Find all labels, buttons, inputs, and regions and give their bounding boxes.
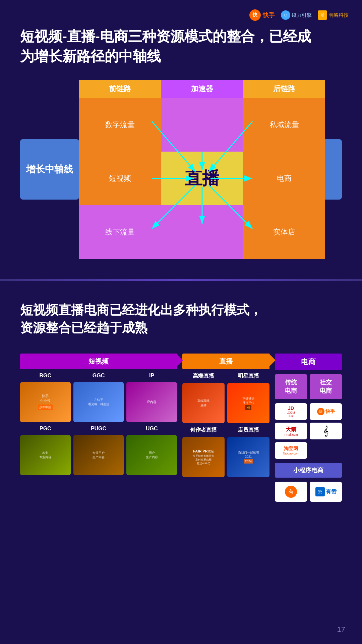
cell-short-video: 短视频: [79, 152, 161, 205]
short-video-section: 短视频 BGC GGC IP 快手企业号 少年中国 在: [20, 354, 177, 475]
ecommerce-subcats: 传统电商 社交电商: [275, 374, 342, 399]
cell-digital-traffic: 数字流量: [79, 98, 161, 152]
section-divider: [0, 279, 362, 281]
sv-pugc-label: PUGC: [73, 426, 124, 432]
sv-ggc-label: GGC: [73, 373, 124, 379]
section1-title: 短视频-直播-电商三种资源模式的整合，已经成为增长新路径的中轴线: [20, 27, 342, 66]
thumb-bgc: 快手企业号 少年中国: [20, 382, 71, 422]
tmall-logo-item: 天猫 Tmall.com: [275, 423, 307, 439]
sv-labels-row2: PGC PUGC UGC: [20, 426, 177, 432]
live-labels-row2: 创作者直播 店员直播: [182, 427, 269, 434]
grid-body: 数字流量 私域流量 短视频 直播 电商 线下流量 实体店: [79, 98, 325, 259]
sv-pgc-label: PGC: [20, 426, 71, 432]
thumb-gaoduan: 高端双眺直播: [182, 383, 225, 423]
live-labels-row1: 高端直播 明星直播: [182, 373, 269, 380]
header-houlianlу: 后链路: [243, 80, 325, 98]
section2-title: 短视频直播电商已经进化出多种执行模式，资源整合已经趋于成熟: [20, 301, 342, 337]
section-2: 短视频直播电商已经进化出多种执行模式，资源整合已经趋于成熟 短视频 BGC GG…: [0, 288, 362, 522]
thumb-ggc: 在快手看见每一种生活: [73, 382, 124, 422]
live-chuangzuo-label: 创作者直播: [182, 427, 225, 434]
live-header: 直播: [182, 354, 269, 369]
sv-bgc-label: BGC: [20, 373, 71, 379]
kuaishou-logo-item: 快 快手: [310, 403, 342, 420]
sv-ip-label: IP: [126, 373, 177, 379]
cell-physical-store: 实体店: [243, 205, 325, 259]
cell-offline-traffic: 线下流量: [79, 205, 161, 259]
thumb-ip: IP内容: [126, 382, 177, 422]
growth-grid-wrapper: 增长中轴线 前链路 加速器 后链路 数字流量 私域流量 短视频 直播 电商 线下…: [20, 80, 342, 259]
live-mingxing-label: 明星直播: [227, 373, 269, 380]
cell-private-traffic: 私域流量: [243, 98, 325, 152]
page-number: 17: [337, 625, 345, 634]
header-qianlianlу: 前链路: [79, 80, 161, 98]
sv-thumbs-row1: 快手企业号 少年中国 在快手看见每一种生活 IP内容: [20, 382, 177, 422]
ecom-social: 社交电商: [310, 374, 342, 399]
section-1: 短视频-直播-电商三种资源模式的整合，已经成为增长新路径的中轴线 增长中轴线 前…: [0, 0, 362, 272]
youzan-logo: 有: [275, 482, 307, 502]
grid-headers: 前链路 加速器 后链路: [79, 80, 325, 98]
axis-label: 增长中轴线: [20, 139, 79, 200]
sv-labels-row1: BGC GGC IP: [20, 373, 177, 379]
live-dianzhang-label: 店员直播: [227, 427, 269, 434]
kuaishou-label: 快手: [263, 11, 275, 19]
thumb-pgc: 农业专业内容: [20, 435, 71, 475]
cili-logo: C 磁力引擎: [281, 10, 312, 20]
live-gaoduan-label: 高端直播: [182, 373, 225, 380]
thumb-pugc: 专业用户生产内容: [73, 435, 124, 475]
header-logos: 快 快手 C 磁力引擎 明 明略科技: [249, 9, 349, 21]
kuaishou-logo: 快: [249, 9, 261, 21]
thumb-mingxing: 不拼谁快只拼手快 x5: [227, 383, 269, 423]
short-video-header: 短视频: [20, 354, 177, 369]
cell-live-center-bottom: [161, 205, 243, 259]
ecommerce-platform-logos: JD .COM 京东 快 快手 天猫 Tmall.com: [275, 403, 342, 459]
cell-ecommerce: 电商: [243, 152, 325, 205]
youzan-text-logo: 赞 有赞: [310, 482, 342, 502]
minglu-logo: 明 明略科技: [318, 10, 349, 20]
jd-logo-item: JD .COM 京东: [275, 403, 307, 420]
header-jiashuqi: 加速器: [161, 80, 243, 98]
grid-main: 前链路 加速器 后链路 数字流量 私域流量 短视频 直播 电商 线下流量 实体店: [76, 80, 325, 259]
taobao-logo-item: 淘宝网 Taobao.com: [275, 442, 307, 459]
sv-thumbs-row2: 农业专业内容 专业用户生产内容 用户生产内容: [20, 435, 177, 475]
cell-live-center-top: [161, 98, 243, 152]
ecommerce-header: 电商: [275, 354, 342, 370]
sv-ugc-label: UGC: [126, 426, 177, 432]
live-thumbs-row1: 高端双眺直播 不拼谁快只拼手快 x5: [182, 383, 269, 423]
live-section: 直播 高端直播 明星直播 高端双眺直播 不拼谁快只拼手快 x5: [182, 354, 269, 477]
mini-prog-logos: 有 赞 有赞: [275, 482, 342, 502]
mini-prog-label: 小程序电商: [275, 463, 342, 478]
categories-row: 短视频 BGC GGC IP 快手企业号 少年中国 在: [20, 354, 342, 502]
live-thumbs-row2: FAIR PRICE 快手结合直播带货支付交易总额超过4.81亿 当我们一起读书…: [182, 437, 269, 477]
ecom-traditional: 传统电商: [275, 374, 307, 399]
thumb-dianzhang: 当我们一起读书2021 2824: [227, 437, 269, 477]
thumb-chuangzuo: FAIR PRICE 快手结合直播带货支付交易总额超过4.81亿: [182, 437, 225, 477]
cell-live-main: 直播: [161, 152, 243, 205]
thumb-ugc: 用户生产内容: [126, 435, 177, 475]
douyin-logo-item: 𝄞: [310, 423, 342, 439]
ecommerce-section: 电商 传统电商 社交电商 JD .COM 京东 快: [275, 354, 342, 502]
